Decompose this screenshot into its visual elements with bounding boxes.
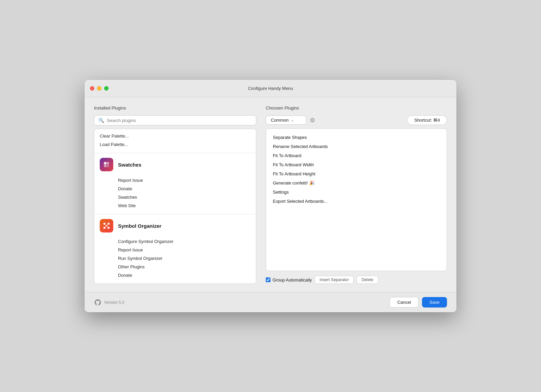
- maximize-button[interactable]: [104, 86, 109, 91]
- list-item[interactable]: Configure Symbol Organizer: [100, 237, 251, 246]
- svg-rect-6: [103, 227, 105, 229]
- search-input[interactable]: [107, 118, 252, 123]
- list-item[interactable]: Donate: [100, 271, 251, 279]
- dropdown-value: Common: [271, 118, 289, 123]
- list-item[interactable]: Web Site: [100, 201, 251, 210]
- list-item[interactable]: Settings: [272, 188, 441, 197]
- main-content: Installed Plugins 🔍 Clear Palette... Loa…: [85, 97, 456, 292]
- list-item[interactable]: Separate Shapes: [272, 133, 441, 142]
- minimize-button[interactable]: [97, 86, 101, 91]
- list-item[interactable]: Report Issue: [100, 246, 251, 254]
- plugin-header-swatches: Swatches: [94, 153, 256, 176]
- symbol-organizer-items: Configure Symbol Organizer Report Issue …: [94, 237, 256, 284]
- left-panel: Installed Plugins 🔍 Clear Palette... Loa…: [94, 105, 256, 284]
- window-title: Configure Handy Menu: [248, 86, 293, 91]
- list-item[interactable]: Other Plugins: [100, 263, 251, 271]
- footer-buttons: Cancel Save: [390, 297, 447, 308]
- plugin-header-symbol-organizer: Symbol Organizer: [94, 214, 256, 237]
- svg-point-3: [107, 165, 109, 167]
- swatches-icon: [100, 158, 113, 171]
- group-automatically-checkbox[interactable]: Group Automatically: [266, 277, 312, 283]
- list-item[interactable]: Fit To Artboard: [272, 151, 441, 160]
- shortcut-button[interactable]: Shortcut: ⌘4: [407, 115, 447, 125]
- chosen-list: Separate Shapes Rename Selected Artboard…: [266, 128, 447, 271]
- list-item[interactable]: Fit To Artboard Height: [272, 169, 441, 178]
- installed-plugins-label: Installed Plugins: [94, 105, 256, 111]
- menu-dropdown[interactable]: Common ⌄: [266, 116, 306, 125]
- title-bar: Configure Handy Menu: [85, 80, 456, 97]
- plugin-section-symbol-organizer: Symbol Organizer Configure Symbol Organi…: [94, 214, 256, 284]
- version-text: Version 5.0: [104, 300, 124, 305]
- choosen-header: Common ⌄ ⚙ Shortcut: ⌘4: [266, 115, 447, 125]
- svg-rect-8: [105, 225, 108, 227]
- list-item[interactable]: Donate: [100, 185, 251, 193]
- svg-point-2: [104, 165, 107, 167]
- gear-button[interactable]: ⚙: [310, 117, 315, 124]
- palette-items: Clear Palette... Load Palette...: [94, 129, 256, 153]
- symbol-organizer-name: Symbol Organizer: [118, 223, 161, 229]
- version-info: Version 5.0: [94, 299, 124, 306]
- save-button[interactable]: Save: [422, 297, 447, 308]
- swatches-items: Report Issue Donate Swatches Web Site: [94, 176, 256, 214]
- search-icon: 🔍: [98, 118, 104, 123]
- github-icon: [94, 299, 101, 306]
- chevron-down-icon: ⌄: [291, 118, 294, 122]
- list-item[interactable]: Fit To Artboard Width: [272, 160, 441, 169]
- insert-separator-button[interactable]: Insert Separator: [314, 276, 354, 284]
- list-item[interactable]: Export Selected Artboards...: [272, 197, 441, 206]
- palette-section: Clear Palette... Load Palette...: [94, 129, 256, 153]
- plugins-list: Clear Palette... Load Palette...: [94, 129, 256, 284]
- footer: Version 5.0 Cancel Save: [85, 292, 456, 312]
- svg-point-0: [104, 162, 107, 165]
- search-box: 🔍: [94, 115, 256, 125]
- traffic-lights: [90, 86, 109, 91]
- close-button[interactable]: [90, 86, 94, 91]
- group-automatically-input[interactable]: [266, 277, 270, 282]
- main-window: Configure Handy Menu Installed Plugins 🔍…: [85, 80, 456, 312]
- list-item[interactable]: Run Symbol Organizer: [100, 254, 251, 263]
- svg-rect-4: [103, 223, 105, 225]
- svg-rect-5: [108, 223, 110, 225]
- list-item[interactable]: Report Issue: [100, 176, 251, 185]
- svg-rect-7: [108, 227, 110, 229]
- cancel-button[interactable]: Cancel: [390, 297, 419, 308]
- chosen-list-actions: Group Automatically Insert Separator Del…: [266, 274, 447, 284]
- plugin-section-swatches: Swatches Report Issue Donate Swatches We…: [94, 153, 256, 214]
- svg-point-1: [107, 162, 109, 165]
- list-item[interactable]: Swatches: [100, 193, 251, 201]
- choosen-plugins-label: Choosen Plugins: [266, 105, 447, 111]
- list-item[interactable]: Clear Palette...: [100, 132, 251, 140]
- list-item[interactable]: Rename Selected Artboards: [272, 142, 441, 151]
- right-panel: Choosen Plugins Common ⌄ ⚙ Shortcut: ⌘4 …: [266, 105, 447, 284]
- symbol-organizer-icon: [100, 219, 113, 232]
- delete-button[interactable]: Delete: [356, 276, 378, 284]
- swatches-name: Swatches: [118, 162, 141, 168]
- list-item[interactable]: Generate confetti! 🎉: [272, 178, 441, 188]
- group-automatically-label: Group Automatically: [273, 277, 312, 283]
- list-item[interactable]: Load Palette...: [100, 140, 251, 149]
